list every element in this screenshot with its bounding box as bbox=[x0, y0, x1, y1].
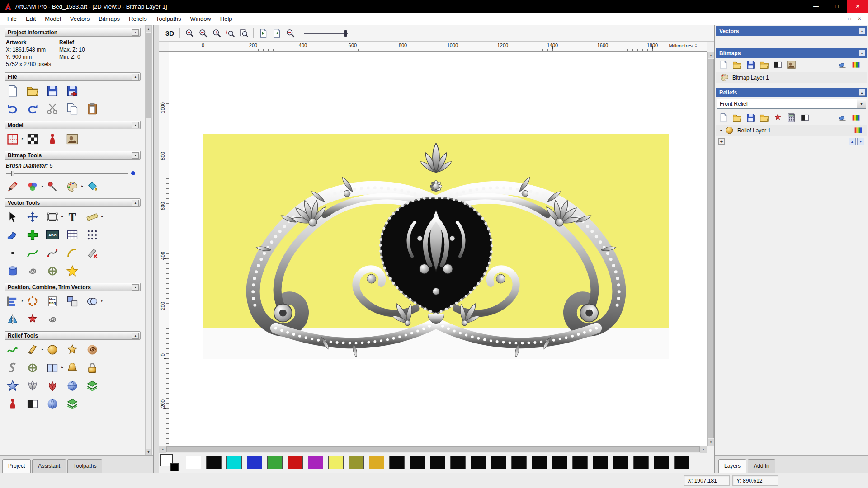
scroll-up-button[interactable]: ▲ bbox=[146, 26, 151, 32]
collapse-section-icon[interactable]: ▲ bbox=[859, 28, 865, 34]
tab-layers[interactable]: Layers bbox=[718, 459, 746, 473]
node-editing-button[interactable] bbox=[26, 228, 39, 242]
new-bitmap-layer-button[interactable] bbox=[718, 60, 729, 70]
palette-swatch[interactable] bbox=[593, 456, 608, 469]
menu-help[interactable]: Help bbox=[216, 13, 237, 24]
view-opacity-slider[interactable] bbox=[304, 29, 348, 38]
zoom-last-button[interactable] bbox=[284, 27, 297, 40]
new-model-button[interactable] bbox=[6, 84, 19, 98]
section-header-position-combine-trim[interactable]: Position, Combine, Trim Vectors ▲ bbox=[5, 283, 141, 291]
menu-vectors[interactable]: Vectors bbox=[66, 13, 94, 24]
weld-vectors-button[interactable]: ► bbox=[85, 295, 99, 308]
palette-swatch[interactable] bbox=[226, 456, 242, 469]
palette-swatch[interactable] bbox=[491, 456, 506, 469]
extrude-button[interactable] bbox=[6, 264, 19, 278]
delete-bitmap-layer-button[interactable] bbox=[837, 60, 848, 70]
bitmap-contrast-button[interactable] bbox=[773, 60, 783, 70]
open-file-button[interactable] bbox=[26, 84, 39, 98]
transform-vectors-button[interactable] bbox=[26, 210, 39, 224]
vertical-scrollbar[interactable]: ▲ ▼ bbox=[707, 52, 714, 446]
swirl-relief-button[interactable] bbox=[85, 343, 99, 357]
slider-track[interactable] bbox=[6, 173, 128, 174]
menu-reliefs[interactable]: Reliefs bbox=[124, 13, 151, 24]
create-point-button[interactable] bbox=[6, 246, 19, 260]
relief-wizard-button[interactable] bbox=[773, 113, 783, 123]
zoom-out-button[interactable] bbox=[197, 27, 209, 40]
layer-colour-icon[interactable] bbox=[854, 126, 863, 135]
palette-swatch[interactable] bbox=[572, 456, 588, 469]
scroll-right-button[interactable]: ► bbox=[700, 446, 707, 453]
align-vectors-button[interactable]: ► bbox=[6, 295, 19, 308]
ruler-units[interactable]: Millimetres ▲▼ bbox=[669, 43, 697, 48]
panel-scrollbar[interactable]: ▲ ▼ bbox=[145, 25, 152, 455]
palette-swatch[interactable] bbox=[410, 456, 425, 469]
collapse-section-icon[interactable]: ▲ bbox=[859, 89, 865, 96]
import-bitmap-button[interactable] bbox=[759, 60, 769, 70]
menu-window[interactable]: Window bbox=[186, 13, 216, 24]
move-layer-up-button[interactable]: ▲ bbox=[849, 138, 856, 145]
section-header-model[interactable]: Model ▲ bbox=[5, 121, 141, 129]
relief-preview-button[interactable] bbox=[800, 113, 810, 123]
relief-colours-button[interactable] bbox=[851, 113, 861, 123]
sculpt-model-button[interactable] bbox=[46, 132, 59, 146]
menu-toolpaths[interactable]: Toolpaths bbox=[151, 13, 186, 24]
trim-combine-button[interactable] bbox=[26, 313, 39, 326]
flyout-arrow-icon[interactable]: ► bbox=[61, 366, 64, 369]
texture-relief-button[interactable] bbox=[66, 343, 79, 357]
palette-swatch[interactable] bbox=[450, 456, 466, 469]
weave-wizard-button[interactable] bbox=[26, 361, 39, 375]
palette-swatch[interactable] bbox=[247, 456, 262, 469]
save-file-button[interactable] bbox=[46, 84, 59, 98]
flyout-arrow-icon[interactable]: ► bbox=[41, 185, 44, 188]
trim-vectors-button[interactable] bbox=[85, 246, 99, 260]
dropdown-arrow-icon[interactable]: ▼ bbox=[857, 99, 866, 108]
palette-swatch[interactable] bbox=[349, 456, 364, 469]
paste-button[interactable] bbox=[85, 102, 99, 116]
vectors-layer-list[interactable] bbox=[715, 36, 868, 47]
face-wizard-button[interactable]: ► bbox=[46, 361, 59, 375]
save-bitmap-layer-button[interactable] bbox=[745, 60, 756, 70]
palette-swatch[interactable] bbox=[288, 456, 303, 469]
set-model-size-button[interactable]: ► bbox=[6, 132, 19, 146]
collapse-section-icon[interactable]: ▲ bbox=[132, 29, 139, 36]
emboss-relief-button[interactable] bbox=[66, 361, 79, 375]
group-vectors-button[interactable] bbox=[66, 295, 79, 308]
collapse-section-icon[interactable]: ▲ bbox=[859, 50, 865, 56]
scroll-left-button[interactable]: ◄ bbox=[159, 446, 166, 453]
lock-relief-button[interactable] bbox=[85, 361, 99, 375]
calculate-relief-button[interactable] bbox=[786, 113, 797, 123]
menu-model[interactable]: Model bbox=[40, 13, 65, 24]
close-button[interactable]: ✕ bbox=[847, 0, 868, 13]
collapse-section-icon[interactable]: ▲ bbox=[132, 122, 139, 128]
bitmap-layer-item[interactable]: Bitmap Layer 1 bbox=[716, 72, 867, 83]
add-layer-button[interactable]: + bbox=[718, 138, 725, 145]
texture-sphere-button[interactable] bbox=[66, 379, 79, 393]
minimize-button[interactable]: — bbox=[806, 0, 826, 13]
section-header-relief-tools[interactable]: Relief Tools ▲ bbox=[5, 331, 141, 340]
previous-view-button[interactable] bbox=[257, 27, 269, 40]
palette-swatch[interactable] bbox=[430, 456, 445, 469]
zoom-fit-button[interactable] bbox=[237, 27, 250, 40]
flyout-arrow-icon[interactable]: ► bbox=[21, 137, 24, 140]
offset-relief-button[interactable] bbox=[85, 379, 99, 393]
app-logo-icon[interactable] bbox=[4, 2, 12, 10]
menu-file[interactable]: File bbox=[3, 13, 21, 24]
relief-selector-combo[interactable]: Front Relief ▼ bbox=[717, 99, 866, 109]
next-view-button[interactable] bbox=[270, 27, 283, 40]
text-block-button[interactable]: ABC bbox=[46, 228, 59, 242]
section-header-bitmap-tools[interactable]: Bitmap Tools ▲ bbox=[5, 151, 141, 160]
palette-swatch[interactable] bbox=[369, 456, 384, 469]
section-header-file[interactable]: File ▲ bbox=[5, 72, 141, 81]
palette-swatch[interactable] bbox=[552, 456, 567, 469]
zoom-in-button[interactable] bbox=[183, 27, 196, 40]
palette-swatch[interactable] bbox=[206, 456, 222, 469]
new-relief-layer-button[interactable] bbox=[718, 113, 729, 123]
palette-swatch[interactable] bbox=[389, 456, 405, 469]
collapse-section-icon[interactable]: ▲ bbox=[132, 200, 139, 206]
tab-project[interactable]: Project bbox=[2, 459, 31, 473]
mirror-vectors-button[interactable] bbox=[6, 313, 19, 326]
scrollbar-thumb[interactable] bbox=[708, 59, 714, 438]
vectors-section-header[interactable]: Vectors ▲ bbox=[716, 26, 867, 36]
flyout-arrow-icon[interactable]: ► bbox=[101, 300, 104, 302]
collapse-section-icon[interactable]: ▲ bbox=[132, 284, 139, 291]
